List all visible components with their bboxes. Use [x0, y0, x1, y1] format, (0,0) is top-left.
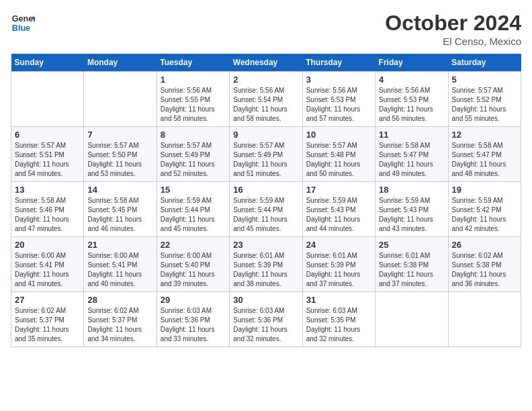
day-number: 19: [452, 185, 517, 195]
calendar-cell: 10Sunrise: 5:57 AM Sunset: 5:48 PM Dayli…: [302, 127, 375, 182]
day-number: 28: [87, 295, 152, 305]
day-number: 7: [87, 130, 152, 140]
day-number: 30: [233, 295, 298, 305]
calendar-cell: 16Sunrise: 5:59 AM Sunset: 5:44 PM Dayli…: [230, 182, 302, 237]
title-block: October 2024 El Censo, Mexico: [385, 11, 521, 47]
week-row-5: 27Sunrise: 6:02 AM Sunset: 5:37 PM Dayli…: [11, 292, 521, 347]
cell-info: Sunrise: 6:02 AM Sunset: 5:38 PM Dayligh…: [452, 251, 517, 289]
cell-info: Sunrise: 6:03 AM Sunset: 5:36 PM Dayligh…: [161, 306, 226, 344]
day-header-wednesday: Wednesday: [230, 54, 302, 72]
calendar-cell: [375, 292, 448, 347]
cell-info: Sunrise: 5:56 AM Sunset: 5:53 PM Dayligh…: [379, 86, 444, 124]
cell-info: Sunrise: 6:03 AM Sunset: 5:36 PM Dayligh…: [233, 306, 298, 344]
cell-info: Sunrise: 5:58 AM Sunset: 5:47 PM Dayligh…: [452, 141, 517, 179]
calendar-cell: 4Sunrise: 5:56 AM Sunset: 5:53 PM Daylig…: [375, 72, 448, 127]
svg-text:Blue: Blue: [12, 24, 30, 33]
cell-info: Sunrise: 5:57 AM Sunset: 5:49 PM Dayligh…: [233, 141, 298, 179]
calendar-cell: 24Sunrise: 6:01 AM Sunset: 5:39 PM Dayli…: [302, 237, 375, 292]
logo: General Blue: [11, 11, 35, 35]
day-number: 15: [161, 185, 226, 195]
calendar-cell: 22Sunrise: 6:00 AM Sunset: 5:40 PM Dayli…: [157, 237, 229, 292]
day-number: 16: [233, 185, 298, 195]
calendar-cell: 12Sunrise: 5:58 AM Sunset: 5:47 PM Dayli…: [448, 127, 521, 182]
cell-info: Sunrise: 5:57 AM Sunset: 5:51 PM Dayligh…: [15, 141, 80, 179]
day-header-saturday: Saturday: [448, 54, 521, 72]
calendar-table: SundayMondayTuesdayWednesdayThursdayFrid…: [11, 54, 521, 347]
cell-info: Sunrise: 5:59 AM Sunset: 5:43 PM Dayligh…: [379, 196, 444, 234]
cell-info: Sunrise: 5:58 AM Sunset: 5:45 PM Dayligh…: [87, 196, 152, 234]
day-header-monday: Monday: [84, 54, 157, 72]
calendar-cell: 27Sunrise: 6:02 AM Sunset: 5:37 PM Dayli…: [11, 292, 84, 347]
calendar-cell: 18Sunrise: 5:59 AM Sunset: 5:43 PM Dayli…: [375, 182, 448, 237]
week-row-4: 20Sunrise: 6:00 AM Sunset: 5:41 PM Dayli…: [11, 237, 521, 292]
day-number: 21: [87, 240, 152, 250]
week-row-1: 1Sunrise: 5:56 AM Sunset: 5:55 PM Daylig…: [11, 72, 521, 127]
day-number: 9: [233, 130, 298, 140]
cell-info: Sunrise: 5:59 AM Sunset: 5:44 PM Dayligh…: [233, 196, 298, 234]
day-number: 12: [452, 130, 517, 140]
calendar-cell: 8Sunrise: 5:57 AM Sunset: 5:49 PM Daylig…: [157, 127, 229, 182]
cell-info: Sunrise: 5:56 AM Sunset: 5:55 PM Dayligh…: [161, 86, 226, 124]
day-number: 14: [87, 185, 152, 195]
calendar-cell: 19Sunrise: 5:59 AM Sunset: 5:42 PM Dayli…: [448, 182, 521, 237]
calendar-cell: [11, 72, 84, 127]
calendar-cell: 9Sunrise: 5:57 AM Sunset: 5:49 PM Daylig…: [230, 127, 302, 182]
day-number: 11: [379, 130, 444, 140]
cell-info: Sunrise: 5:57 AM Sunset: 5:48 PM Dayligh…: [306, 141, 371, 179]
calendar-cell: 7Sunrise: 5:57 AM Sunset: 5:50 PM Daylig…: [84, 127, 157, 182]
week-row-2: 6Sunrise: 5:57 AM Sunset: 5:51 PM Daylig…: [11, 127, 521, 182]
day-number: 20: [15, 240, 80, 250]
calendar-cell: 2Sunrise: 5:56 AM Sunset: 5:54 PM Daylig…: [230, 72, 302, 127]
cell-info: Sunrise: 5:56 AM Sunset: 5:54 PM Dayligh…: [233, 86, 298, 124]
calendar-cell: 21Sunrise: 6:00 AM Sunset: 5:41 PM Dayli…: [84, 237, 157, 292]
cell-info: Sunrise: 5:59 AM Sunset: 5:42 PM Dayligh…: [452, 196, 517, 234]
svg-text:General: General: [12, 14, 35, 24]
cell-info: Sunrise: 6:00 AM Sunset: 5:40 PM Dayligh…: [161, 251, 226, 289]
cell-info: Sunrise: 5:56 AM Sunset: 5:53 PM Dayligh…: [306, 86, 371, 124]
calendar-cell: [448, 292, 521, 347]
cell-info: Sunrise: 6:03 AM Sunset: 5:35 PM Dayligh…: [306, 306, 371, 344]
day-number: 29: [161, 295, 226, 305]
calendar-cell: 11Sunrise: 5:58 AM Sunset: 5:47 PM Dayli…: [375, 127, 448, 182]
location-title: El Censo, Mexico: [385, 36, 521, 47]
calendar-cell: 14Sunrise: 5:58 AM Sunset: 5:45 PM Dayli…: [84, 182, 157, 237]
day-header-sunday: Sunday: [11, 54, 84, 72]
calendar-cell: 30Sunrise: 6:03 AM Sunset: 5:36 PM Dayli…: [230, 292, 302, 347]
day-number: 2: [233, 75, 298, 85]
calendar-cell: 6Sunrise: 5:57 AM Sunset: 5:51 PM Daylig…: [11, 127, 84, 182]
calendar-cell: 1Sunrise: 5:56 AM Sunset: 5:55 PM Daylig…: [157, 72, 229, 127]
calendar-cell: 25Sunrise: 6:01 AM Sunset: 5:38 PM Dayli…: [375, 237, 448, 292]
day-number: 1: [161, 75, 226, 85]
day-number: 22: [161, 240, 226, 250]
day-number: 24: [306, 240, 371, 250]
calendar-cell: 5Sunrise: 5:57 AM Sunset: 5:52 PM Daylig…: [448, 72, 521, 127]
cell-info: Sunrise: 5:57 AM Sunset: 5:50 PM Dayligh…: [87, 141, 152, 179]
calendar-cell: 15Sunrise: 5:59 AM Sunset: 5:44 PM Dayli…: [157, 182, 229, 237]
cell-info: Sunrise: 6:01 AM Sunset: 5:38 PM Dayligh…: [379, 251, 444, 289]
calendar-cell: 3Sunrise: 5:56 AM Sunset: 5:53 PM Daylig…: [302, 72, 375, 127]
day-number: 25: [379, 240, 444, 250]
day-number: 26: [452, 240, 517, 250]
calendar-cell: 13Sunrise: 5:58 AM Sunset: 5:46 PM Dayli…: [11, 182, 84, 237]
day-number: 18: [379, 185, 444, 195]
cell-info: Sunrise: 6:00 AM Sunset: 5:41 PM Dayligh…: [15, 251, 80, 289]
cell-info: Sunrise: 5:58 AM Sunset: 5:46 PM Dayligh…: [15, 196, 80, 234]
day-number: 6: [15, 130, 80, 140]
cell-info: Sunrise: 5:59 AM Sunset: 5:44 PM Dayligh…: [161, 196, 226, 234]
calendar-cell: [84, 72, 157, 127]
calendar-cell: 31Sunrise: 6:03 AM Sunset: 5:35 PM Dayli…: [302, 292, 375, 347]
cell-info: Sunrise: 6:01 AM Sunset: 5:39 PM Dayligh…: [306, 251, 371, 289]
day-number: 31: [306, 295, 371, 305]
day-number: 8: [161, 130, 226, 140]
day-number: 17: [306, 185, 371, 195]
day-number: 4: [379, 75, 444, 85]
cell-info: Sunrise: 6:02 AM Sunset: 5:37 PM Dayligh…: [87, 306, 152, 344]
cell-info: Sunrise: 5:57 AM Sunset: 5:49 PM Dayligh…: [161, 141, 226, 179]
day-number: 5: [452, 75, 517, 85]
calendar-cell: 29Sunrise: 6:03 AM Sunset: 5:36 PM Dayli…: [157, 292, 229, 347]
cell-info: Sunrise: 6:00 AM Sunset: 5:41 PM Dayligh…: [87, 251, 152, 289]
calendar-cell: 28Sunrise: 6:02 AM Sunset: 5:37 PM Dayli…: [84, 292, 157, 347]
cell-info: Sunrise: 5:58 AM Sunset: 5:47 PM Dayligh…: [379, 141, 444, 179]
day-number: 13: [15, 185, 80, 195]
day-number: 10: [306, 130, 371, 140]
